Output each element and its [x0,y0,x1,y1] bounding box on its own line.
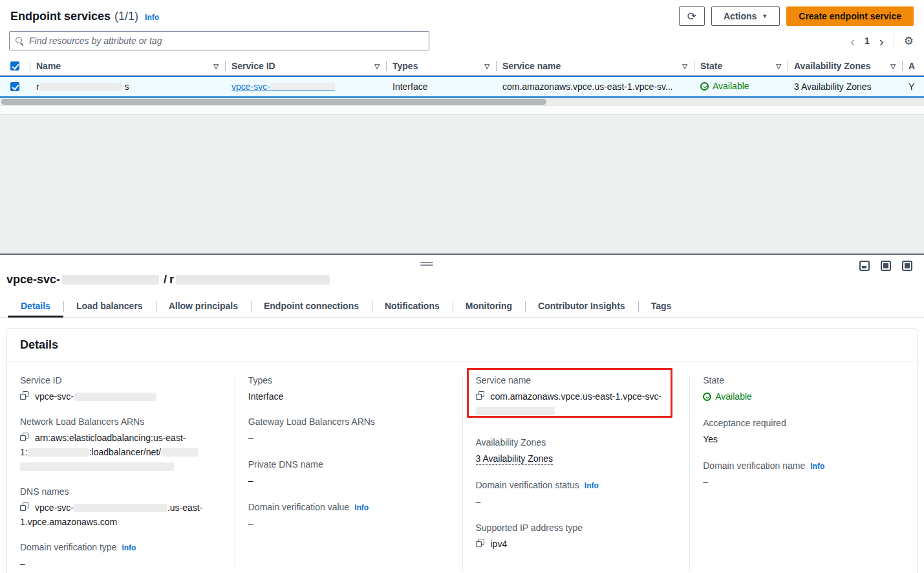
row-checkbox[interactable] [10,82,19,91]
tab-endpoint-connections[interactable]: Endpoint connections [251,296,372,317]
domain-verification-value-value: – [248,516,449,530]
filter-icon[interactable]: ▽ [374,63,380,70]
redacted-text [20,462,174,471]
redacted-text [74,504,167,512]
redacted-text [161,448,199,457]
split-panel-drag-handle-icon[interactable] [420,261,433,267]
column-header-name[interactable]: Name▽ [30,57,225,75]
field-label: Domain verification nameInfo [703,460,904,471]
toolbar-row: ‹ 1 › ⚙ [0,28,924,57]
pagination: ‹ 1 › ⚙ [850,34,914,48]
tab-notifications[interactable]: Notifications [372,296,453,317]
search-input[interactable] [29,36,423,46]
redacted-text [28,448,89,457]
tab-monitoring[interactable]: Monitoring [453,296,525,317]
tab-load-balancers[interactable]: Load balancers [63,296,156,317]
copy-icon[interactable] [476,539,486,548]
availability-zones-link[interactable]: 3 Availability Zones [794,81,872,92]
field-label: Gateway Load Balancers ARNs [248,416,449,427]
availability-zones-link[interactable]: 3 Availability Zones [476,453,553,465]
field-label: Service ID [20,375,222,385]
details-column-2: Types Interface Gateway Load Balancers A… [235,375,462,570]
column-header-clipped[interactable]: A [902,57,924,75]
panel-header: Endpoint services (1/1) Info ⟳ Actions▼ … [0,0,924,28]
search-icon [16,37,24,45]
copy-icon[interactable] [20,391,30,401]
domain-verification-status-value: – [476,494,677,508]
column-header-types[interactable]: Types▽ [386,57,496,75]
field-label: Domain verification statusInfo [476,480,677,490]
filter-icon[interactable]: ▽ [484,63,489,70]
actions-button[interactable]: Actions▼ [711,6,780,26]
redacted-text [270,83,335,91]
create-endpoint-service-button[interactable]: Create endpoint service [786,6,914,26]
info-link[interactable]: Info [810,462,824,471]
status-badge: Available [700,81,749,91]
cell-acceptance-clipped: Y [902,81,924,92]
service-id-link[interactable]: vpce-svc- [231,81,335,92]
redacted-text [476,407,555,415]
column-label: A [908,61,915,71]
info-link[interactable]: Info [145,13,159,22]
horizontal-scrollbar-track[interactable] [0,98,924,105]
dns-names-value: vpce-svc-.us-east- 1.vpce.amazonaws.com [20,501,222,529]
details-card: Details Service ID vpce-svc- Network Loa… [6,328,918,573]
redacted-text [176,275,330,285]
filter-icon[interactable]: ▽ [682,63,687,70]
settings-gear-icon[interactable]: ⚙ [904,34,914,48]
status-badge: Available [703,389,752,404]
chevron-left-icon[interactable]: ‹ [850,34,855,48]
tab-allow-principals[interactable]: Allow principals [156,296,251,317]
info-link[interactable]: Info [122,543,136,552]
endpoint-services-panel: Endpoint services (1/1) Info ⟳ Actions▼ … [0,0,924,114]
field-label: State [703,375,904,385]
page-title: Endpoint services [10,10,111,23]
field-label: Domain verification typeInfo [20,542,222,552]
details-column-4: State Available Acceptance required Yes … [689,375,917,570]
domain-verification-name-value: – [703,475,904,489]
column-label: Service ID [231,61,275,71]
service-id-value: vpce-svc- [20,389,222,404]
filter-icon[interactable]: ▽ [890,63,896,70]
split-panel: vpce-svc- / r Details Load balancers All… [0,254,924,573]
column-header-state[interactable]: State▽ [694,57,788,75]
field-label: Supported IP address type [476,523,677,533]
search-box[interactable] [9,31,429,50]
acceptance-required-value: Yes [703,432,904,446]
detail-panel-title: vpce-svc- / r [0,255,924,286]
column-header-availability-zones[interactable]: Availability Zones▽ [788,57,902,75]
horizontal-scrollbar-thumb[interactable] [1,99,546,105]
table-row[interactable]: r s vpce-svc- Interface com.amazonaws.vp… [0,76,924,98]
gateway-arns-value: – [248,431,449,445]
info-link[interactable]: Info [585,481,599,490]
filter-icon[interactable]: ▽ [213,63,219,70]
refresh-icon: ⟳ [687,10,696,23]
domain-verification-type-value: – [20,556,222,570]
column-header-service-name[interactable]: Service name▽ [496,57,694,75]
page-number[interactable]: 1 [865,36,870,46]
field-label: Private DNS name [248,459,449,470]
tab-tags[interactable]: Tags [638,296,685,317]
field-label: DNS names [20,486,222,497]
split-panel-half-icon[interactable] [881,261,891,271]
tab-contributor-insights[interactable]: Contributor Insights [525,296,638,317]
field-label: Service name [476,375,677,385]
filter-icon[interactable]: ▽ [776,63,781,70]
chevron-right-icon[interactable]: › [879,34,884,48]
cell-types: Interface [386,81,496,92]
column-header-service-id[interactable]: Service ID▽ [225,57,386,75]
copy-icon[interactable] [20,503,30,512]
tab-details[interactable]: Details [8,296,63,317]
column-label: State [700,61,722,71]
select-all-checkbox[interactable] [10,61,19,70]
field-label: Acceptance required [703,418,904,428]
field-label: Domain verification valueInfo [248,502,449,512]
copy-icon[interactable] [476,391,486,401]
actions-button-label: Actions [724,11,757,21]
split-panel-bottom-icon[interactable] [859,261,870,271]
copy-icon[interactable] [20,433,30,442]
cell-service-name: com.amazonaws.vpce.us-east-1.vpce-sv... [496,81,694,92]
split-panel-full-icon[interactable] [902,261,912,271]
info-link[interactable]: Info [354,503,369,512]
refresh-button[interactable]: ⟳ [679,6,705,26]
